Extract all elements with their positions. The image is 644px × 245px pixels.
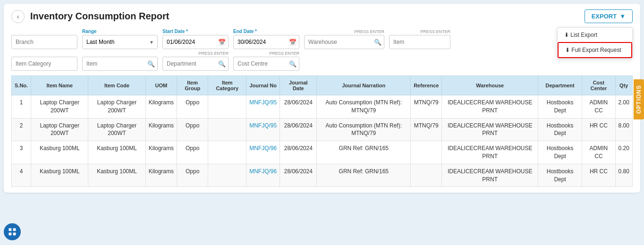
cell-item-group: Oppo: [177, 164, 208, 187]
item-press-enter: PRESS ENTER: [420, 29, 450, 34]
cell-reference: MTNQ/79: [411, 118, 442, 141]
cell-cost-center: HR CC: [582, 164, 615, 187]
svg-rect-1: [13, 228, 16, 231]
warehouse-filter-group: PRESS ENTER 🔍: [304, 29, 384, 49]
cell-sno: 3: [12, 141, 31, 164]
cell-reference: [411, 164, 442, 187]
cell-warehouse: IDEALICECREAM WAREHOUSE PRNT: [442, 164, 538, 187]
cell-item-name: Laptop Charger 200WT: [31, 118, 88, 141]
cell-sno: 1: [12, 95, 31, 118]
export-dropdown: ⬇ List Export ⬇ Full Export Request: [557, 27, 633, 59]
svg-rect-2: [9, 233, 12, 236]
item-top-input[interactable]: [389, 35, 450, 49]
page-title: Inventory Consumption Report: [30, 11, 169, 22]
full-export-item[interactable]: ⬇ Full Export Request: [558, 42, 632, 58]
cell-qty: 2.00: [615, 95, 632, 118]
cell-journal-narration: Auto Consumption (MTN Ref): MTNQ/79: [317, 95, 411, 118]
export-dropdown-arrow: ▼: [619, 13, 626, 20]
cell-item-group: Oppo: [177, 141, 208, 164]
list-export-item[interactable]: ⬇ List Export: [558, 28, 632, 42]
cell-journal-date: 28/06/2024: [280, 118, 317, 141]
cell-journal-no[interactable]: MNFJQ/96: [246, 164, 280, 187]
col-item-code: Item Code: [88, 76, 145, 95]
cell-qty: 0.20: [615, 141, 632, 164]
cell-uom: Kilograms: [145, 118, 177, 141]
export-button[interactable]: EXPORT ▼: [585, 9, 633, 23]
cell-item-category: [208, 164, 246, 187]
cell-item-code: Kasburg 100ML: [88, 164, 145, 187]
cell-department: Hostbooks Dept: [538, 95, 582, 118]
col-reference: Reference: [411, 76, 442, 95]
col-cost-center: Cost Center: [582, 76, 615, 95]
cell-journal-date: 28/06/2024: [280, 95, 317, 118]
cell-item-code: Laptop Charger 200WT: [88, 118, 145, 141]
department-search-icon[interactable]: 🔍: [218, 60, 226, 68]
cost-centre-search-icon[interactable]: 🔍: [289, 60, 297, 68]
cell-reference: MTNQ/79: [411, 95, 442, 118]
back-button[interactable]: ‹: [11, 10, 25, 23]
range-select[interactable]: Last Month: [82, 35, 158, 49]
cell-journal-narration: Auto Consumption (MTN Ref): MTNQ/79: [317, 118, 411, 141]
col-sno: S.No.: [12, 76, 31, 95]
col-item-category: Item Category: [208, 76, 246, 95]
cell-uom: Kilograms: [145, 164, 177, 187]
cell-reference: [411, 141, 442, 164]
col-uom: UOM: [145, 76, 177, 95]
cell-item-name: Kasburg 100ML: [31, 164, 88, 187]
col-journal-no: Journal No: [246, 76, 280, 95]
col-department: Department: [538, 76, 582, 95]
cell-item-name: Laptop Charger 200WT: [31, 95, 88, 118]
calendar-icon-end[interactable]: 📅: [289, 39, 297, 46]
cell-journal-date: 28/06/2024: [280, 164, 317, 187]
cell-journal-no[interactable]: MNFJQ/95: [246, 118, 280, 141]
cell-department: Hostbooks Dept: [538, 118, 582, 141]
col-item-group: Item Group: [177, 76, 208, 95]
cell-journal-narration: GRN Ref: GRN/165: [317, 164, 411, 187]
cell-item-name: Kasburg 100ML: [31, 141, 88, 164]
cell-warehouse: IDEALICECREAM WAREHOUSE PRNT: [442, 141, 538, 164]
item-input[interactable]: [82, 57, 158, 71]
item-category-input[interactable]: [11, 57, 77, 71]
table-row: 1Laptop Charger 200WTLaptop Charger 200W…: [12, 95, 633, 118]
col-item-name: Item Name: [31, 76, 88, 95]
cell-item-group: Oppo: [177, 95, 208, 118]
cell-item-category: [208, 118, 246, 141]
warehouse-input[interactable]: [304, 35, 384, 49]
calendar-icon[interactable]: 📅: [218, 39, 226, 46]
svg-rect-0: [9, 228, 12, 231]
cell-warehouse: IDEALICECREAM WAREHOUSE PRNT: [442, 95, 538, 118]
export-button-label: EXPORT: [592, 13, 617, 20]
table-header-row: S.No. Item Name Item Code UOM Item Group…: [12, 76, 633, 95]
cell-item-code: Laptop Charger 200WT: [88, 95, 145, 118]
cell-item-group: Oppo: [177, 118, 208, 141]
cell-cost-center: ADMIN CC: [582, 141, 615, 164]
options-sidebar[interactable]: OPTIONS: [634, 79, 644, 119]
cell-journal-no[interactable]: MNFJQ/95: [246, 95, 280, 118]
cell-journal-narration: GRN Ref: GRN/165: [317, 141, 411, 164]
col-journal-date: Journal Date: [280, 76, 317, 95]
cell-department: Hostbooks Dept: [538, 164, 582, 187]
list-export-label: ⬇ List Export: [564, 32, 597, 38]
item-top-filter-group: PRESS ENTER: [389, 29, 450, 49]
cost-centre-filter-group: PRESS ENTER 🔍: [233, 51, 299, 71]
cell-item-category: [208, 141, 246, 164]
col-qty: Qty: [615, 76, 632, 95]
cell-journal-date: 28/06/2024: [280, 141, 317, 164]
cost-centre-press-enter: PRESS ENTER: [269, 51, 299, 56]
cell-sno: 2: [12, 118, 31, 141]
item-category-filter-group: [11, 57, 77, 71]
table-row: 4Kasburg 100MLKasburg 100MLKilogramsOppo…: [12, 164, 633, 187]
cell-qty: 8.00: [615, 118, 632, 141]
start-date-filter-group: Start Date * 📅: [162, 29, 229, 49]
warehouse-search-icon[interactable]: 🔍: [374, 39, 381, 46]
cell-uom: Kilograms: [145, 141, 177, 164]
item-filter-group: 🔍: [82, 57, 158, 71]
cell-cost-center: HR CC: [582, 118, 615, 141]
branch-input[interactable]: [11, 35, 77, 49]
cell-cost-center: ADMIN CC: [582, 95, 615, 118]
item-search-icon[interactable]: 🔍: [147, 60, 155, 68]
table-row: 3Kasburg 100MLKasburg 100MLKilogramsOppo…: [12, 141, 633, 164]
cell-journal-no[interactable]: MNFJQ/96: [246, 141, 280, 164]
start-date-label: Start Date *: [162, 29, 229, 34]
grid-icon-button[interactable]: [4, 223, 21, 240]
